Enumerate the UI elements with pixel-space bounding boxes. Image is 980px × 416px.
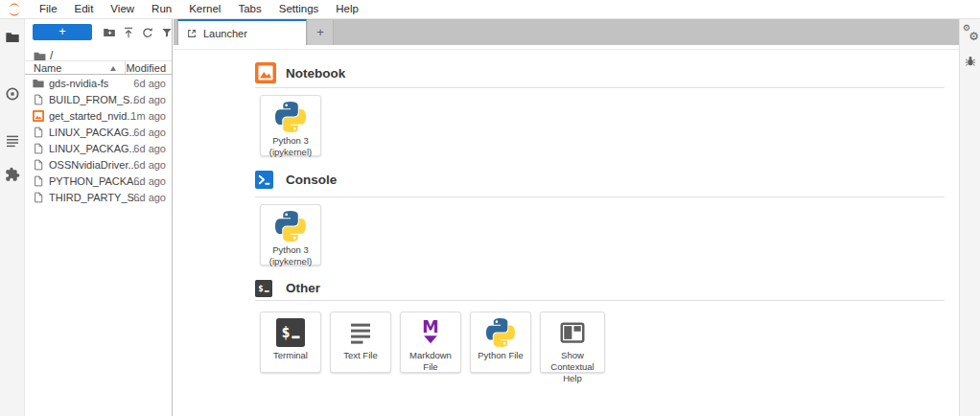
svg-text:M: M	[422, 318, 438, 336]
file-row[interactable]: LINUX_PACKAG... 6d ago	[25, 125, 172, 141]
section-title-notebook: Notebook	[286, 66, 345, 81]
section-title-other: Other	[286, 281, 320, 295]
menu-file[interactable]: File	[31, 0, 66, 18]
menu-kernel[interactable]: Kernel	[180, 0, 229, 18]
file-row[interactable]: OSSNvidiaDriver... 6d ago	[25, 157, 172, 173]
menu-tabs[interactable]: Tabs	[229, 0, 269, 18]
jupyter-logo-icon	[6, 2, 23, 17]
python-logo-icon	[486, 318, 515, 347]
contextual-help-icon	[558, 318, 587, 347]
file-icon	[33, 175, 44, 187]
file-list: gds-nvidia-fs 6d ago BUILD_FROM_S... 6d …	[25, 76, 172, 206]
svg-text:$: $	[258, 284, 263, 293]
launcher-card-python-file[interactable]: Python File	[470, 312, 531, 373]
launcher-card-markdown-file[interactable]: M Markdown File	[400, 312, 461, 373]
file-icon	[33, 127, 44, 138]
launcher-card-terminal[interactable]: $ Terminal	[260, 312, 321, 373]
file-row[interactable]: gds-nvidia-fs 6d ago	[25, 76, 172, 92]
python-logo-icon	[275, 102, 306, 132]
notebook-icon	[255, 62, 276, 83]
upload-icon[interactable]	[122, 26, 135, 39]
console-icon	[255, 171, 273, 189]
section-title-console: Console	[286, 173, 337, 187]
menu-edit[interactable]: Edit	[66, 0, 103, 18]
jupyterlab-window: File Edit View Run Kernel Tabs Settings …	[0, 0, 980, 416]
file-icon	[33, 143, 44, 154]
column-header-modified[interactable]: Modified	[126, 62, 166, 74]
file-browser-panel: + / Name Modified gds-nvidia-fs 6	[25, 19, 173, 416]
file-row[interactable]: get_started_nvid... 1m ago	[25, 108, 172, 125]
sort-ascending-icon	[110, 66, 116, 71]
file-row[interactable]: PYTHON_PACKA... 6d ago	[25, 173, 172, 190]
text-file-icon	[346, 318, 375, 347]
section-divider	[255, 87, 945, 88]
svg-text:$: $	[281, 324, 290, 341]
extensions-icon[interactable]	[5, 167, 20, 182]
files-icon[interactable]	[5, 30, 20, 45]
menu-settings[interactable]: Settings	[270, 0, 328, 18]
launcher-tab-icon	[186, 28, 198, 39]
refresh-icon[interactable]	[141, 26, 154, 39]
launcher-card-notebook-python3[interactable]: Python 3 (ipykernel)	[260, 95, 321, 156]
file-icon	[33, 94, 44, 105]
main-dock: Launcher + Notebook Python 3 (ipykernel)	[174, 19, 959, 416]
notebook-file-icon	[33, 110, 44, 122]
menu-help[interactable]: Help	[327, 0, 367, 18]
property-inspector-icon[interactable]: ⚙ ⚙	[963, 25, 979, 42]
right-sidebar: ⚙ ⚙	[959, 19, 980, 416]
file-row[interactable]: BUILD_FROM_S... 6d ago	[25, 92, 172, 108]
launcher-panel: Notebook Python 3 (ipykernel) Console	[174, 45, 959, 416]
filter-icon[interactable]	[160, 26, 174, 39]
menu-run[interactable]: Run	[143, 0, 180, 18]
launcher-card-console-python3[interactable]: Python 3 (ipykernel)	[260, 204, 321, 266]
column-header-name[interactable]: Name	[34, 62, 61, 74]
launcher-card-text-file[interactable]: Text File	[330, 312, 391, 373]
menu-bar: File Edit View Run Kernel Tabs Settings …	[0, 0, 980, 19]
file-list-header: Name Modified	[25, 60, 172, 75]
running-icon[interactable]	[5, 86, 20, 102]
panel-divider	[174, 49, 959, 50]
new-launcher-button[interactable]: +	[33, 24, 92, 40]
toc-icon[interactable]	[5, 133, 20, 149]
launcher-card-show-contextual-help[interactable]: Show Contextual Help	[540, 312, 605, 373]
python-logo-icon	[275, 211, 306, 242]
menu-view[interactable]: View	[102, 0, 143, 18]
section-divider	[255, 300, 945, 301]
tab-launcher[interactable]: Launcher	[177, 19, 307, 45]
debugger-icon[interactable]	[964, 54, 977, 68]
section-divider	[255, 196, 945, 197]
file-icon	[33, 159, 44, 171]
add-tab-button[interactable]: +	[308, 20, 334, 45]
folder-icon	[33, 78, 44, 89]
other-cards-row: $ Terminal Text File M Markdown File	[260, 312, 605, 373]
tab-bar: Launcher +	[174, 19, 959, 45]
terminal-icon: $	[255, 280, 272, 297]
activity-bar	[0, 19, 25, 416]
markdown-icon: M	[416, 318, 445, 347]
terminal-icon: $	[276, 318, 305, 347]
file-row[interactable]: LINUX_PACKAG... 6d ago	[25, 141, 172, 157]
folder-icon	[34, 51, 46, 61]
new-folder-icon[interactable]	[103, 26, 116, 39]
file-row[interactable]: THIRD_PARTY_S... 6d ago	[25, 190, 172, 206]
file-icon	[33, 192, 44, 203]
